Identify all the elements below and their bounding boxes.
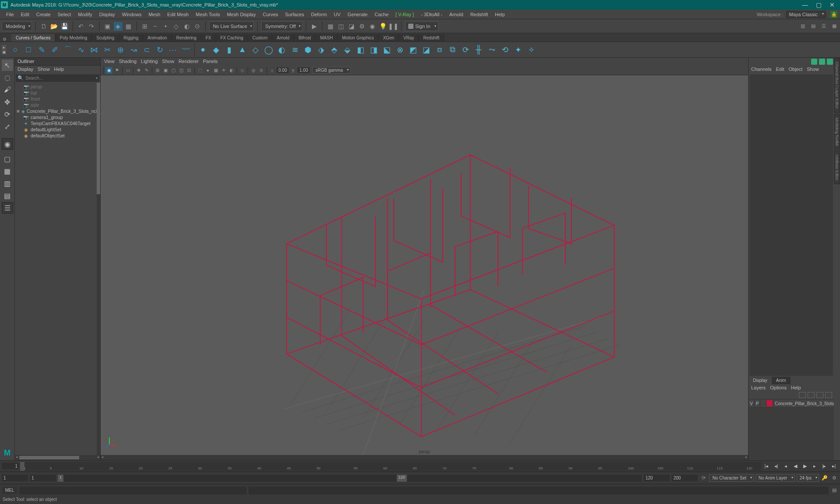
channel-box-body[interactable] xyxy=(749,74,833,376)
vp-gamma-icon[interactable]: γ xyxy=(290,67,297,74)
shelf-tab-fxcaching[interactable]: FX Caching xyxy=(216,34,248,42)
open-scene-icon[interactable]: 📂 xyxy=(50,22,59,31)
cb-menu-show[interactable]: Show xyxy=(807,66,819,73)
outliner-node-camgroup[interactable]: 📷camera1_group xyxy=(15,114,100,120)
shelf-tab-arnold[interactable]: Arnold xyxy=(272,34,294,42)
step-forward-button[interactable]: ▸ xyxy=(810,462,819,471)
shelf-tab-rendering[interactable]: Rendering xyxy=(172,34,201,42)
snap-curve-icon[interactable]: ~ xyxy=(151,22,160,31)
shelf-tab-vray[interactable]: VRay xyxy=(399,34,419,42)
step-forward-key-button[interactable]: |▸ xyxy=(820,462,829,471)
range-start-outer[interactable]: 1 xyxy=(2,475,28,481)
menu-uv[interactable]: UV xyxy=(330,10,344,18)
shelf-tab-motion[interactable]: Motion Graphics xyxy=(338,34,379,42)
shelf-tab-bifrost[interactable]: Bifrost xyxy=(294,34,315,42)
vp-isolate-icon[interactable]: ◇ xyxy=(239,67,246,74)
shelf-layout-icon[interactable]: ◉ xyxy=(2,50,6,54)
menu-surfaces[interactable]: Surfaces xyxy=(282,10,308,18)
menu-edit[interactable]: Edit xyxy=(18,10,33,18)
single-pane-icon[interactable]: ▢ xyxy=(2,153,13,164)
shelf-menu-icon[interactable]: ▸ xyxy=(2,45,6,49)
trim-icon[interactable]: ◩ xyxy=(407,44,419,56)
render-view-icon[interactable]: ▦ xyxy=(326,22,335,31)
range-end-outer[interactable]: 200 xyxy=(672,475,698,481)
vp-film-gate-icon[interactable]: ▣ xyxy=(162,67,169,74)
side-tab-channelbox[interactable]: Channel Box / Layer Editor xyxy=(834,58,840,113)
curve-tool-icon[interactable]: 〰 xyxy=(180,44,192,56)
nurbs-circle-icon[interactable]: ○ xyxy=(10,44,21,56)
two-pane-side-icon[interactable]: ▥ xyxy=(2,178,13,189)
outliner-search[interactable]: 🔍 Search... xyxy=(16,74,99,82)
outliner-menu-display[interactable]: Display xyxy=(18,66,33,73)
redo-icon[interactable]: ↷ xyxy=(87,22,96,31)
nurbs-cylinder-icon[interactable]: ▮ xyxy=(224,44,235,56)
nurbs-cube-icon[interactable]: ◆ xyxy=(210,44,222,56)
rebuild-curve-icon[interactable]: ↻ xyxy=(154,44,165,56)
layers-body[interactable] xyxy=(749,408,834,460)
layer-playback-toggle[interactable]: P xyxy=(755,399,761,407)
outliner-node-lightset[interactable]: ◉defaultLightSet xyxy=(15,126,100,133)
menu-create[interactable]: Create xyxy=(33,10,54,18)
cb-menu-channels[interactable]: Channels xyxy=(751,66,771,73)
shelf-tab-curves[interactable]: Curves / Surfaces xyxy=(11,34,55,42)
vp-exposure-value[interactable]: 0.00 xyxy=(276,67,289,73)
range-handle-end[interactable]: 120 xyxy=(397,475,407,482)
shelf-tab-fx[interactable]: FX xyxy=(201,34,216,42)
outliner-node-tempcam[interactable]: ✦TempCamFBXASC046Target xyxy=(15,120,100,126)
ipr-render-icon[interactable]: ◪ xyxy=(347,22,356,31)
snap-surface-icon[interactable]: ◐ xyxy=(182,22,191,31)
vp-menu-renderer[interactable]: Renderer xyxy=(178,59,199,65)
menu-editmesh[interactable]: Edit Mesh xyxy=(164,10,192,18)
layer-new-selected-icon[interactable] xyxy=(825,392,832,398)
vp-image-plane-icon[interactable]: ▭ xyxy=(124,67,131,74)
insert-knot-icon[interactable]: ⊕ xyxy=(115,44,126,56)
menu-display[interactable]: Display xyxy=(96,10,119,18)
play-back-button[interactable]: ◀ xyxy=(791,462,800,471)
planar-icon[interactable]: ⬢ xyxy=(302,44,314,56)
shelf-tab-rigging[interactable]: Rigging xyxy=(119,34,143,42)
menu-help[interactable]: Help xyxy=(491,10,508,18)
select-object-icon[interactable]: ◈ xyxy=(114,22,122,31)
nurbs-cone-icon[interactable]: ▲ xyxy=(237,44,248,56)
nurbs-sphere-icon[interactable]: ● xyxy=(197,44,209,56)
outliner-toggle-icon[interactable]: ☰ xyxy=(2,202,13,214)
menu-file[interactable]: File xyxy=(3,10,18,18)
outliner-menu-show[interactable]: Show xyxy=(38,66,50,73)
3pt-arc-icon[interactable]: ⌒ xyxy=(62,44,74,56)
layer-row[interactable]: V P Concrete_Pillar_Brick_3_Slots xyxy=(749,399,834,408)
menu-modify[interactable]: Modify xyxy=(74,10,95,18)
vp-menu-show[interactable]: Show xyxy=(162,59,175,65)
new-scene-icon[interactable]: 🗋 xyxy=(39,22,48,31)
layer-move-down-icon[interactable] xyxy=(808,392,815,398)
command-lang[interactable]: MEL xyxy=(2,486,18,494)
shelf-options-icon[interactable]: ⚙ xyxy=(3,37,10,42)
vp-shaded-icon[interactable]: ● xyxy=(204,67,211,74)
insert-iso-icon[interactable]: ╫ xyxy=(473,44,484,56)
attach-curve-icon[interactable]: ⋈ xyxy=(88,44,100,56)
vp-textured-icon[interactable]: ▦ xyxy=(212,67,219,74)
range-start-inner[interactable]: 1 xyxy=(30,475,56,481)
vp-res-gate-icon[interactable]: ▢ xyxy=(170,67,177,74)
outliner-node-persp[interactable]: 📷persp xyxy=(15,84,100,90)
vp-menu-view[interactable]: View xyxy=(104,59,115,65)
play-forward-button[interactable]: ▶ xyxy=(801,462,809,471)
cb-menu-object[interactable]: Object xyxy=(788,66,802,73)
menu-meshtools[interactable]: Mesh Tools xyxy=(192,10,223,18)
outliner-vscroll[interactable] xyxy=(97,83,100,455)
outliner-hscroll[interactable] xyxy=(15,455,100,460)
vp-grid-icon[interactable]: ⊞ xyxy=(154,67,161,74)
attach-surf-icon[interactable]: ⧈ xyxy=(434,44,445,56)
render-settings-icon[interactable]: ⚙ xyxy=(357,22,366,31)
vp-lights-icon[interactable]: ☀ xyxy=(220,67,227,74)
ipr-icon[interactable]: ▶ xyxy=(310,22,318,31)
vp-wireframe-icon[interactable]: ⬚ xyxy=(196,67,203,74)
loft-icon[interactable]: ≋ xyxy=(289,44,301,56)
menu-arnold[interactable]: Arnold xyxy=(446,10,467,18)
layer-move-up-icon[interactable] xyxy=(799,392,806,398)
range-end-inner[interactable]: 120 xyxy=(644,475,670,481)
current-frame-field[interactable]: 1 xyxy=(2,463,19,469)
render-frame-icon[interactable]: ◫ xyxy=(336,22,345,31)
viewport-3d[interactable]: persp xyxy=(101,75,748,455)
layer-color-swatch[interactable] xyxy=(766,399,773,407)
step-back-key-button[interactable]: ◂| xyxy=(772,462,780,471)
